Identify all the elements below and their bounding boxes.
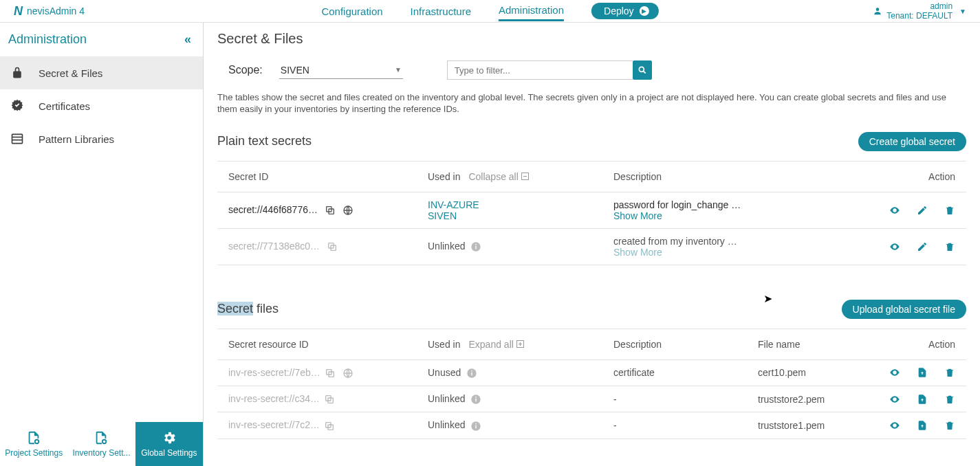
svg-point-24 <box>894 372 896 374</box>
sidebar-item-secret-files[interactable]: Secret & Files <box>0 56 203 89</box>
col-desc: Description <box>602 161 863 192</box>
expand-all[interactable]: Expand all <box>468 339 523 350</box>
tab-project-settings[interactable]: Project Settings <box>0 422 67 466</box>
library-icon <box>10 131 25 146</box>
sidebar-item-label: Pattern Libraries <box>39 133 114 145</box>
upload-global-secret-file-button[interactable]: Upload global secret file <box>842 300 966 319</box>
pencil-icon[interactable] <box>917 205 928 216</box>
brand-icon: N <box>14 4 23 19</box>
trash-icon[interactable] <box>944 205 955 216</box>
gear-file-icon <box>26 430 41 445</box>
copy-icon[interactable] <box>327 241 338 252</box>
show-more[interactable]: Show More <box>613 210 662 221</box>
table-row: inv-res-secret://7eb… Unused certificate… <box>217 359 966 386</box>
svg-rect-15 <box>476 246 477 249</box>
col-resource-id: Secret resource ID <box>217 329 417 359</box>
copy-icon[interactable] <box>324 421 335 432</box>
help-text: The tables show the secret and files cre… <box>217 92 966 115</box>
svg-rect-34 <box>476 425 477 428</box>
tab-inventory-settings[interactable]: Inventory Sett... <box>67 422 135 466</box>
eye-icon[interactable] <box>889 420 900 431</box>
scope-value: SIVEN <box>281 65 309 76</box>
eye-icon[interactable] <box>889 205 900 216</box>
col-action: Action <box>863 329 966 359</box>
col-file: File name <box>747 329 863 359</box>
deploy-label: Deploy <box>604 5 634 16</box>
sidebar-collapse-icon[interactable]: « <box>184 32 188 47</box>
used-link[interactable]: SIVEN <box>428 210 457 221</box>
used-link[interactable]: INV-AZURE <box>428 199 479 210</box>
eye-icon[interactable] <box>889 394 900 405</box>
brand-text: nevisAdmin 4 <box>27 5 85 16</box>
copy-icon[interactable] <box>325 368 336 379</box>
svg-rect-28 <box>476 399 477 402</box>
col-secret-id: Secret ID <box>217 161 417 192</box>
create-global-secret-button[interactable]: Create global secret <box>858 132 966 151</box>
nav-infrastructure[interactable]: Infrastructure <box>411 2 471 21</box>
brand: N nevisAdmin 4 <box>14 4 85 19</box>
col-used: Used in <box>428 339 460 350</box>
svg-line-7 <box>643 71 645 73</box>
info-icon[interactable] <box>466 368 477 379</box>
show-more[interactable]: Show More <box>613 247 662 258</box>
svg-point-16 <box>476 244 477 245</box>
scope-label: Scope: <box>228 64 263 76</box>
eye-icon[interactable] <box>889 367 900 378</box>
svg-point-6 <box>639 67 644 71</box>
scope-select[interactable]: SIVEN ▼ <box>279 62 403 79</box>
svg-rect-22 <box>471 373 472 376</box>
info-icon[interactable] <box>470 241 481 252</box>
chevron-down-icon: ▼ <box>959 8 966 15</box>
col-action: Action <box>863 161 966 192</box>
filter-input[interactable] <box>447 60 633 80</box>
deploy-button[interactable]: Deploy ▶ <box>591 3 659 19</box>
verified-icon <box>10 98 25 113</box>
bottom-tabs: Project Settings Inventory Sett... Globa… <box>0 422 203 466</box>
svg-point-17 <box>894 245 896 247</box>
svg-point-36 <box>894 425 896 427</box>
chevron-down-icon: ▼ <box>395 66 402 74</box>
svg-point-5 <box>102 440 107 444</box>
svg-point-29 <box>476 397 477 398</box>
svg-point-0 <box>876 8 880 11</box>
nav-administration[interactable]: Administration <box>499 1 564 21</box>
search-button[interactable] <box>633 60 652 80</box>
svg-point-35 <box>476 423 477 425</box>
download-file-icon[interactable] <box>917 394 928 405</box>
info-icon[interactable] <box>470 394 481 405</box>
page-title: Secret & Files <box>217 31 966 47</box>
table-row: secret://446f68776… INV-AZURESIVEN passw… <box>217 192 966 228</box>
files-table: Secret resource ID Used inExpand all Des… <box>217 329 966 439</box>
user-menu[interactable]: admin Tenant: DEFAULT ▼ <box>873 1 966 21</box>
download-file-icon[interactable] <box>917 367 928 378</box>
download-file-icon[interactable] <box>917 420 928 431</box>
tab-global-settings[interactable]: Global Settings <box>135 422 203 466</box>
trash-icon[interactable] <box>944 367 955 378</box>
trash-icon[interactable] <box>944 241 955 252</box>
svg-point-23 <box>471 370 472 372</box>
trash-icon[interactable] <box>944 420 955 431</box>
trash-icon[interactable] <box>944 394 955 405</box>
lock-icon <box>10 65 25 80</box>
gear-file-icon <box>94 430 109 445</box>
copy-icon[interactable] <box>324 394 335 405</box>
svg-rect-1 <box>12 134 23 143</box>
info-icon[interactable] <box>470 421 481 432</box>
gear-icon <box>162 430 177 445</box>
top-nav: Configuration Infrastructure Administrat… <box>321 1 658 21</box>
collapse-all[interactable]: Collapse all <box>468 171 528 182</box>
sidebar-item-pattern-libraries[interactable]: Pattern Libraries <box>0 122 203 155</box>
search-icon <box>638 65 647 75</box>
sidebar-item-label: Secret & Files <box>39 67 102 79</box>
topbar: N nevisAdmin 4 Configuration Infrastruct… <box>0 0 980 23</box>
svg-point-30 <box>894 398 896 400</box>
copy-icon[interactable] <box>325 205 336 216</box>
user-tenant: Tenant: DEFAULT <box>886 11 952 21</box>
globe-icon <box>342 368 353 379</box>
pencil-icon[interactable] <box>917 241 928 252</box>
eye-icon[interactable] <box>889 241 900 252</box>
col-desc: Description <box>602 329 747 359</box>
nav-configuration[interactable]: Configuration <box>321 2 382 21</box>
files-title: Secret files <box>217 302 279 316</box>
sidebar-item-certificates[interactable]: Certificates <box>0 89 203 122</box>
